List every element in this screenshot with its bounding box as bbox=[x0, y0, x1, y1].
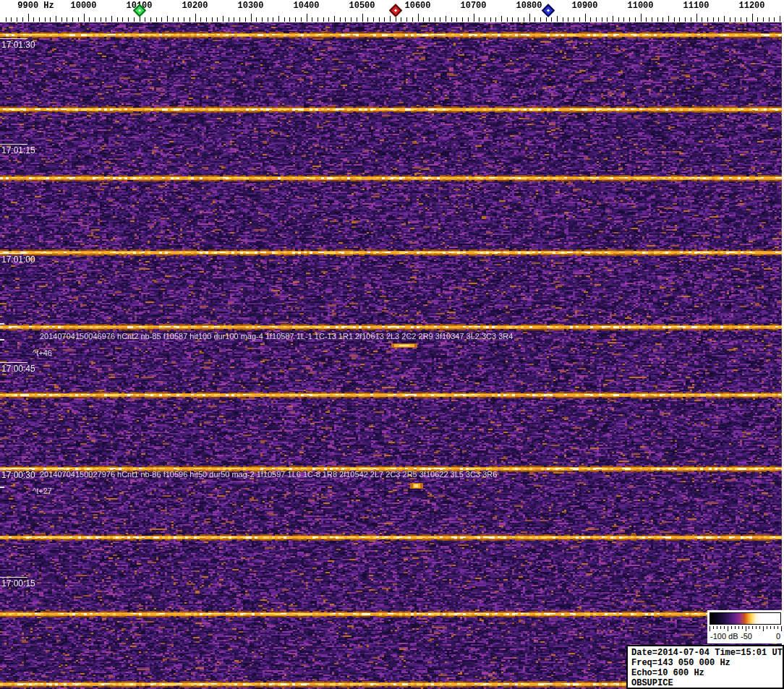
colorbar-tick bbox=[738, 626, 739, 629]
axis-tick bbox=[440, 17, 440, 22]
axis-tick bbox=[662, 17, 663, 22]
axis-frequency-label: 10700 bbox=[460, 1, 486, 11]
axis-tick bbox=[769, 17, 770, 22]
axis-tick bbox=[429, 17, 430, 22]
colorbar-tick bbox=[724, 626, 725, 629]
axis-frequency-label: 10400 bbox=[293, 1, 319, 11]
axis-tick bbox=[351, 17, 351, 22]
axis-tick bbox=[646, 17, 647, 22]
axis-tick bbox=[512, 17, 513, 22]
info-frequency: Freq=143 050 000 Hz bbox=[631, 658, 783, 668]
axis-tick bbox=[702, 17, 702, 22]
info-date-time: Date=2014-07-04 Time=15:01 UTC bbox=[631, 648, 783, 658]
colorbar-tick bbox=[777, 626, 778, 629]
frequency-axis: 9900 Hz100001010010200103001040010500106… bbox=[0, 0, 784, 22]
axis-tick bbox=[156, 17, 157, 22]
axis-tick bbox=[251, 14, 252, 22]
axis-tick bbox=[691, 17, 691, 22]
axis-tick bbox=[357, 17, 357, 22]
blue-marker-diamond[interactable] bbox=[542, 4, 555, 17]
axis-tick bbox=[412, 17, 413, 22]
axis-tick bbox=[451, 17, 452, 22]
axis-tick bbox=[184, 17, 184, 22]
axis-tick bbox=[718, 17, 719, 22]
colorbar-tick bbox=[746, 626, 746, 631]
axis-tick bbox=[301, 17, 302, 22]
axis-frequency-label: 11000 bbox=[627, 1, 653, 11]
axis-tick bbox=[78, 17, 79, 22]
axis-tick bbox=[435, 17, 435, 22]
axis-tick bbox=[206, 17, 207, 22]
axis-tick bbox=[323, 17, 324, 22]
colorbar-tick bbox=[759, 626, 760, 629]
axis-tick bbox=[763, 17, 764, 22]
axis-tick bbox=[17, 17, 17, 22]
axis-tick bbox=[524, 17, 524, 22]
axis-tick bbox=[752, 14, 753, 22]
axis-tick bbox=[741, 17, 741, 22]
axis-tick bbox=[223, 16, 223, 22]
axis-tick bbox=[518, 17, 519, 22]
spectrogram-waterfall bbox=[0, 22, 784, 689]
axis-tick bbox=[674, 17, 675, 22]
axis-tick bbox=[551, 17, 552, 22]
colorbar-tick bbox=[717, 626, 717, 629]
axis-tick bbox=[563, 17, 563, 22]
axis-tick bbox=[568, 17, 568, 22]
axis-frequency-label: 10000 bbox=[70, 1, 96, 11]
colorbar-tick bbox=[752, 626, 753, 629]
axis-frequency-label: 10600 bbox=[404, 1, 430, 11]
axis-tick bbox=[629, 17, 630, 22]
axis-tick bbox=[495, 17, 496, 22]
colorbar-tick bbox=[728, 626, 728, 631]
axis-tick bbox=[574, 17, 574, 22]
axis-tick bbox=[178, 17, 179, 22]
axis-tick bbox=[585, 14, 586, 22]
axis-tick bbox=[101, 17, 101, 22]
axis-tick bbox=[189, 17, 190, 22]
colorbar-label-mid: -50 bbox=[741, 632, 752, 641]
axis-tick bbox=[696, 14, 697, 22]
axis-tick bbox=[117, 17, 118, 22]
axis-tick bbox=[307, 14, 307, 22]
axis-tick bbox=[56, 16, 56, 22]
axis-tick bbox=[557, 16, 558, 22]
axis-tick bbox=[390, 16, 391, 22]
axis-tick bbox=[318, 17, 318, 22]
axis-tick bbox=[345, 17, 346, 22]
axis-tick bbox=[167, 16, 168, 22]
colorbar-tick bbox=[781, 626, 782, 631]
axis-tick bbox=[623, 17, 624, 22]
colorbar-tick bbox=[756, 626, 757, 629]
axis-tick bbox=[312, 17, 312, 22]
axis-tick bbox=[602, 17, 602, 22]
axis-tick bbox=[456, 17, 457, 22]
axis-tick bbox=[217, 17, 218, 22]
axis-tick bbox=[367, 17, 368, 22]
axis-tick bbox=[613, 16, 613, 22]
axis-tick bbox=[501, 16, 502, 22]
axis-frequency-label: 10500 bbox=[349, 1, 375, 11]
axis-tick bbox=[423, 17, 424, 22]
axis-tick bbox=[546, 17, 547, 22]
colorbar: -100 dB -50 0 bbox=[707, 610, 784, 643]
axis-tick bbox=[195, 14, 196, 22]
red-marker-diamond[interactable] bbox=[388, 4, 401, 17]
axis-tick bbox=[6, 17, 7, 22]
axis-tick bbox=[730, 17, 730, 22]
axis-tick bbox=[579, 17, 580, 22]
axis-tick bbox=[462, 17, 463, 22]
axis-tick bbox=[278, 16, 279, 22]
axis-tick bbox=[590, 17, 591, 22]
spectrogram-app-window: 9900 Hz100001010010200103001040010500106… bbox=[0, 0, 784, 689]
axis-tick bbox=[596, 17, 597, 22]
axis-tick bbox=[39, 17, 40, 22]
axis-tick bbox=[234, 17, 234, 22]
axis-tick bbox=[72, 17, 73, 22]
axis-tick bbox=[256, 17, 257, 22]
axis-frequency-label: 10300 bbox=[237, 1, 263, 11]
axis-tick bbox=[229, 17, 229, 22]
colorbar-tick bbox=[710, 626, 710, 631]
colorbar-tick bbox=[749, 626, 749, 629]
axis-tick bbox=[328, 17, 329, 22]
